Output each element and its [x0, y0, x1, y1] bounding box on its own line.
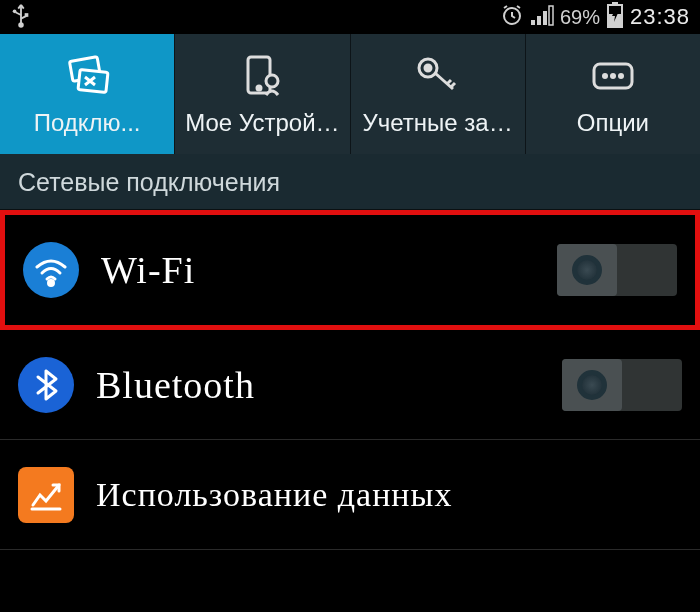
tab-label: Подклю... [34, 110, 141, 136]
setting-label: Bluetooth [96, 363, 562, 407]
tab-label: Мое Устрой… [185, 110, 339, 136]
battery-charging-icon [606, 2, 624, 33]
svg-point-15 [266, 75, 278, 87]
status-bar: 69% 23:38 [0, 0, 700, 34]
bluetooth-icon [18, 357, 74, 413]
svg-rect-6 [543, 11, 547, 25]
svg-rect-5 [537, 16, 541, 25]
svg-point-21 [618, 73, 624, 79]
tab-my-device[interactable]: Мое Устрой… [175, 34, 350, 154]
svg-rect-12 [78, 69, 108, 92]
data-usage-icon [18, 467, 74, 523]
setting-label: Wi-Fi [101, 248, 557, 292]
svg-rect-1 [25, 13, 29, 17]
svg-point-0 [13, 9, 17, 13]
tab-options[interactable]: Опции [526, 34, 700, 154]
svg-point-19 [602, 73, 608, 79]
tab-connections[interactable]: Подклю... [0, 34, 175, 154]
setting-wifi[interactable]: Wi-Fi [0, 210, 700, 330]
svg-point-17 [425, 65, 431, 71]
svg-rect-9 [612, 2, 618, 5]
tab-label: Опции [577, 110, 649, 136]
usb-icon [10, 2, 32, 33]
device-icon [238, 52, 286, 100]
svg-point-14 [257, 86, 261, 90]
battery-percent: 69% [560, 6, 600, 29]
svg-point-2 [18, 22, 24, 28]
alarm-icon [500, 3, 524, 32]
key-icon [413, 52, 463, 100]
more-icon [588, 52, 638, 100]
tab-accounts[interactable]: Учетные за… [351, 34, 526, 154]
bluetooth-toggle[interactable] [562, 359, 682, 411]
svg-point-20 [610, 73, 616, 79]
setting-bluetooth[interactable]: Bluetooth [0, 330, 700, 440]
settings-tabs: Подклю... Мое Устрой… Учетные за… Опции [0, 34, 700, 154]
svg-rect-7 [549, 6, 553, 25]
wifi-toggle[interactable] [557, 244, 677, 296]
svg-point-22 [49, 281, 54, 286]
setting-label: Использование данных [96, 476, 682, 514]
settings-list: Wi-Fi Bluetooth Использование данных [0, 210, 700, 550]
svg-rect-4 [531, 20, 535, 25]
setting-data-usage[interactable]: Использование данных [0, 440, 700, 550]
connections-icon [61, 52, 113, 100]
clock-text: 23:38 [630, 4, 690, 30]
signal-icon [530, 4, 554, 31]
wifi-icon [23, 242, 79, 298]
tab-label: Учетные за… [363, 110, 513, 136]
section-header-network: Сетевые подключения [0, 154, 700, 210]
